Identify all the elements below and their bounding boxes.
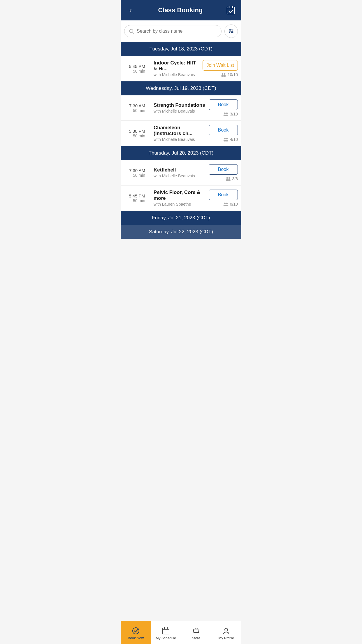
class-time: 5:45 PM 50 min <box>124 64 145 74</box>
table-row: 7:30 AM 50 min Strength Foundations with… <box>121 95 241 121</box>
book-button[interactable]: Book <box>209 164 238 175</box>
join-waitlist-button[interactable]: Join Wait List <box>203 60 238 71</box>
book-button[interactable]: Book <box>209 190 238 200</box>
table-row: 5:45 PM 50 min Indoor Cycle: HIIT & Hi..… <box>121 56 241 81</box>
svg-point-16 <box>224 113 225 114</box>
class-action: Book 0/10 <box>209 190 238 206</box>
date-header-friday: Friday, Jul 21, 2023 (CDT) <box>121 211 241 225</box>
capacity-badge: 0/10 <box>223 202 238 206</box>
svg-point-17 <box>226 113 228 114</box>
svg-point-13 <box>224 73 225 75</box>
svg-point-25 <box>228 177 230 179</box>
svg-point-21 <box>226 138 228 139</box>
svg-point-9 <box>230 29 231 31</box>
class-info: Chameleon (Instructors ch... with Michel… <box>151 125 206 142</box>
class-instructor: with Michelle Beauvais <box>154 174 206 178</box>
page-title: Class Booking <box>136 6 225 14</box>
class-action: Book 4/10 <box>209 125 238 142</box>
book-button[interactable]: Book <box>209 99 238 110</box>
table-row: 5:30 PM 50 min Chameleon (Instructors ch… <box>121 121 241 146</box>
class-info: Indoor Cycle: HIIT & Hi... with Michelle… <box>151 60 200 77</box>
class-info: Kettlebell with Michelle Beauvais <box>151 167 206 178</box>
class-time: 5:45 PM 50 min <box>124 193 145 203</box>
class-info: Pelvic Floor, Core & more with Lauren Sp… <box>151 190 206 206</box>
class-name: Chameleon (Instructors ch... <box>154 125 206 136</box>
svg-point-4 <box>129 29 133 33</box>
svg-point-29 <box>226 203 228 204</box>
date-header-tuesday: Tuesday, Jul 18, 2023 (CDT) <box>121 42 241 56</box>
divider <box>148 126 148 141</box>
divider <box>148 61 148 76</box>
book-button[interactable]: Book <box>209 125 238 135</box>
svg-point-23 <box>226 140 228 141</box>
capacity-badge: 10/10 <box>221 72 238 77</box>
class-name: Indoor Cycle: HIIT & Hi... <box>154 60 200 72</box>
capacity-badge: 3/8 <box>225 176 238 181</box>
back-button[interactable]: ‹ <box>125 6 136 14</box>
svg-point-28 <box>224 203 225 204</box>
svg-point-20 <box>224 138 225 139</box>
divider <box>148 165 148 180</box>
class-time: 7:30 AM 50 min <box>124 168 145 178</box>
svg-point-19 <box>226 115 228 116</box>
search-icon <box>129 28 134 34</box>
date-header-thursday: Thursday, Jul 20, 2023 (CDT) <box>121 146 241 160</box>
search-area <box>121 20 241 42</box>
svg-point-15 <box>223 75 226 77</box>
class-name: Pelvic Floor, Core & more <box>154 190 206 201</box>
svg-point-27 <box>228 179 231 181</box>
svg-point-12 <box>222 73 223 75</box>
svg-point-10 <box>232 31 233 32</box>
svg-point-24 <box>226 177 228 179</box>
class-info: Strength Foundations with Michelle Beauv… <box>151 102 206 113</box>
header: ‹ Class Booking <box>121 0 241 20</box>
class-action: Book 3/10 <box>209 99 238 116</box>
divider <box>148 101 148 115</box>
table-row: 7:30 AM 50 min Kettlebell with Michelle … <box>121 160 241 186</box>
class-instructor: with Michelle Beauvais <box>154 72 200 77</box>
svg-line-5 <box>133 32 134 34</box>
svg-rect-0 <box>227 7 235 14</box>
search-input-wrap[interactable] <box>124 25 222 37</box>
class-name: Kettlebell <box>154 167 206 173</box>
class-instructor: with Lauren Spaethe <box>154 202 206 206</box>
svg-point-11 <box>230 32 231 33</box>
filter-button[interactable] <box>224 24 238 38</box>
class-action: Book 3/8 <box>209 164 238 181</box>
class-list: Tuesday, Jul 18, 2023 (CDT) 5:45 PM 50 m… <box>121 42 241 265</box>
date-header-wednesday: Wednesday, Jul 19, 2023 (CDT) <box>121 81 241 95</box>
calendar-check-icon[interactable] <box>225 4 237 16</box>
class-name: Strength Foundations <box>154 102 206 108</box>
svg-point-31 <box>226 205 228 206</box>
capacity-badge: 3/10 <box>223 112 238 116</box>
class-time: 7:30 AM 50 min <box>124 103 145 113</box>
class-time: 5:30 PM 50 min <box>124 129 145 138</box>
class-action: Join Wait List 10/10 <box>203 60 238 77</box>
divider <box>148 191 148 205</box>
table-row: 5:45 PM 50 min Pelvic Floor, Core & more… <box>121 186 241 211</box>
search-input[interactable] <box>137 29 217 34</box>
filter-icon <box>228 28 234 34</box>
class-instructor: with Michelle Beauvais <box>154 109 206 113</box>
date-header-saturday: Saturday, Jul 22, 2023 (CDT) <box>121 225 241 239</box>
capacity-badge: 4/10 <box>223 137 238 142</box>
class-instructor: with Michelle Beauvais <box>154 137 206 142</box>
